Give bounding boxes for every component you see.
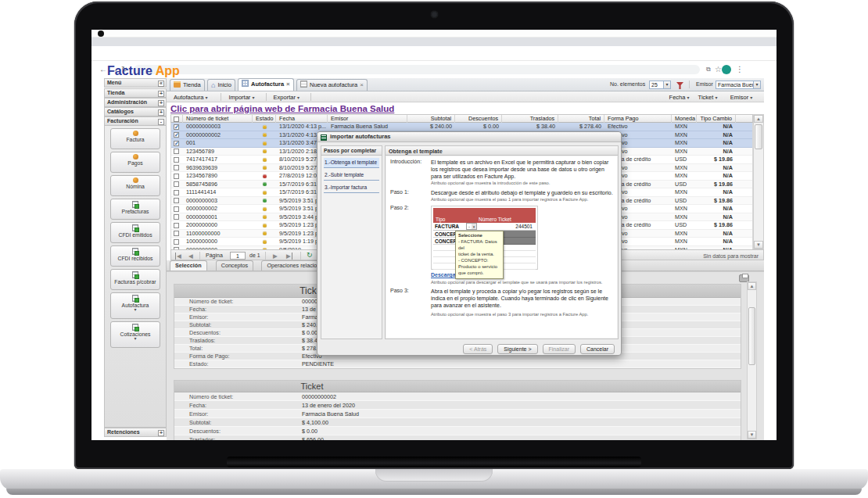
elements-select[interactable]: 25 ▾ bbox=[649, 81, 671, 89]
sidebar-button-autofactura[interactable]: Autofactura▾ bbox=[110, 292, 160, 319]
column-header-subtotal[interactable]: Subtotal bbox=[407, 115, 455, 123]
toolbar-button-exportar[interactable]: Exportar ▾ bbox=[271, 93, 303, 102]
table-row[interactable]: ✓0000000000313/1/2020 4:13 p...Farmacia … bbox=[171, 123, 753, 131]
column-header-moneda[interactable]: Moneda bbox=[672, 115, 697, 123]
checkbox-icon[interactable] bbox=[174, 157, 179, 163]
column-header-total[interactable]: Total bbox=[558, 115, 604, 123]
detail-vscrollbar[interactable]: ▲ ▼ bbox=[747, 281, 757, 439]
tab-autofactura[interactable]: Autofactura× bbox=[238, 78, 294, 91]
detail-tab-selecci-n[interactable]: Selección bbox=[170, 260, 207, 270]
toggle-icon[interactable]: + bbox=[158, 109, 164, 116]
browser-menu-icon[interactable]: ⋮ bbox=[736, 66, 744, 73]
scroll-up-icon[interactable]: ▲ bbox=[748, 282, 756, 290]
pages-icon[interactable]: ⧉ bbox=[706, 66, 711, 73]
filter-button-emisor[interactable]: Emisor ▾ bbox=[727, 93, 755, 102]
checkbox-icon[interactable] bbox=[174, 206, 179, 212]
sidebar-button-prefacturas[interactable]: Prefacturas bbox=[110, 199, 160, 220]
sidebar-item-retenciones[interactable]: Retenciones + bbox=[104, 428, 167, 437]
column-header-n-mero-de-ticket[interactable]: Número de ticket bbox=[183, 115, 253, 123]
checkbox-icon[interactable] bbox=[174, 231, 179, 236]
sidebar-button-cfdi-emitidos[interactable]: CFDI emitidos bbox=[110, 222, 160, 243]
pharmacy-web-link[interactable]: Clic para abrir página web de Farmacia B… bbox=[170, 104, 394, 113]
sidebar-item-facturación[interactable]: Facturación- bbox=[104, 116, 167, 126]
column-header-descuentos[interactable]: Descuentos bbox=[455, 115, 502, 123]
expand-icon[interactable]: + bbox=[158, 430, 164, 436]
sidebar-button-pagos[interactable]: Pagos bbox=[110, 152, 160, 173]
emisor-select[interactable]: Farmacia Buena Salud ▾ bbox=[716, 81, 761, 89]
estado-cell bbox=[253, 164, 276, 173]
column-header-emisor[interactable]: Emisor bbox=[328, 115, 407, 123]
sidebar-button-facturas-p-cobrar[interactable]: Facturas p/cobrar bbox=[110, 269, 160, 290]
grid-vscrollbar[interactable]: ▲ ▼ bbox=[753, 114, 764, 249]
sidebar-button-n-mina[interactable]: Nómina bbox=[110, 175, 160, 196]
checkbox-icon[interactable] bbox=[174, 190, 179, 195]
last-page-icon[interactable]: ▶ bbox=[286, 253, 292, 260]
filler-column[interactable] bbox=[736, 115, 754, 123]
sidebar-collapse-icon[interactable]: « bbox=[158, 81, 164, 87]
sidebar-menu-header[interactable]: Menú « bbox=[104, 78, 167, 88]
column-header-tipo-cambio[interactable]: Tipo Cambio bbox=[697, 115, 736, 123]
tab-inicio[interactable]: ⌂Inicio bbox=[207, 79, 235, 91]
checkbox-icon[interactable] bbox=[174, 223, 179, 228]
checkbox-icon[interactable] bbox=[174, 165, 179, 170]
wizard-step-1[interactable]: 1.-Obtenga el template bbox=[324, 158, 379, 168]
toggle-icon[interactable]: + bbox=[158, 100, 164, 106]
wizard-step-2[interactable]: 2.-Subir template bbox=[324, 170, 379, 181]
select-all-checkbox[interactable] bbox=[171, 115, 183, 123]
sidebar-item-catálogos[interactable]: Catálogos+ bbox=[104, 107, 167, 116]
page-input[interactable]: 1 bbox=[230, 252, 246, 260]
grid-header[interactable]: Número de ticketEstadoFechaEmisorSubtota… bbox=[170, 114, 753, 123]
checkbox-icon[interactable] bbox=[174, 198, 179, 203]
checkbox-icon[interactable]: ✓ bbox=[174, 141, 179, 146]
checkbox-icon[interactable] bbox=[174, 174, 179, 179]
checkbox-icon[interactable] bbox=[174, 181, 179, 187]
filter-button-fecha[interactable]: Fecha ▾ bbox=[666, 93, 693, 102]
excel-dropdown-cell[interactable]: - bbox=[466, 223, 477, 230]
next-page-icon[interactable]: ▶ bbox=[273, 253, 278, 260]
column-header-fecha[interactable]: Fecha bbox=[276, 115, 328, 123]
checkbox-icon[interactable]: ✓ bbox=[174, 132, 179, 138]
wizard-button-cancelar[interactable]: Cancelar bbox=[580, 344, 615, 354]
scrollbar-thumb[interactable] bbox=[755, 124, 762, 149]
sidebar-button-factura[interactable]: Factura bbox=[110, 128, 160, 149]
tab-nueva-autofactura[interactable]: Nueva autofactura× bbox=[296, 79, 368, 91]
close-icon[interactable]: × bbox=[360, 81, 364, 88]
wizard-titlebar[interactable]: importar autofacturas bbox=[317, 132, 621, 142]
first-page-icon[interactable]: ◀ bbox=[175, 253, 181, 260]
browser-avatar[interactable] bbox=[722, 65, 731, 74]
toggle-icon[interactable]: - bbox=[158, 119, 164, 125]
close-icon[interactable]: × bbox=[286, 81, 290, 88]
scroll-up-icon[interactable]: ▲ bbox=[754, 115, 763, 123]
tab-tienda[interactable]: Tienda bbox=[170, 79, 205, 91]
checkbox-icon[interactable] bbox=[174, 149, 179, 154]
sidebar-item-administración[interactable]: Administración+ bbox=[104, 98, 167, 107]
chevron-down-icon[interactable]: ▾ bbox=[663, 81, 670, 88]
sidebar-button-cotizaciones[interactable]: Cotizaciones▾ bbox=[110, 321, 160, 348]
wizard-step-3[interactable]: 3.-Importar factura bbox=[324, 183, 379, 193]
scrollbar-thumb[interactable] bbox=[748, 307, 755, 365]
scroll-down-icon[interactable]: ▼ bbox=[748, 431, 756, 439]
chevron-down-icon[interactable]: ▾ bbox=[753, 81, 760, 88]
sidebar-item-tienda[interactable]: Tienda+ bbox=[104, 88, 167, 98]
filter-button-ticket[interactable]: Ticket ▾ bbox=[695, 93, 721, 102]
scroll-down-icon[interactable]: ▼ bbox=[754, 241, 763, 249]
checkbox-icon[interactable] bbox=[174, 214, 179, 220]
checkbox-icon[interactable] bbox=[174, 116, 179, 122]
back-icon[interactable]: ← bbox=[99, 66, 107, 73]
column-header-forma-pago[interactable]: Forma Pago bbox=[604, 115, 672, 123]
paso3-text: Abra el template y proceda a copiar y/o … bbox=[431, 288, 608, 308]
column-header-traslados[interactable]: Traslados bbox=[502, 115, 558, 123]
detail-tab-conceptos[interactable]: Conceptos bbox=[216, 260, 253, 270]
checkbox-icon[interactable] bbox=[174, 239, 179, 245]
address-bar[interactable] bbox=[134, 65, 700, 74]
bookmark-star-icon[interactable]: ☆ bbox=[715, 66, 722, 73]
sidebar-button-cfdi-recibidos[interactable]: CFDI recibidos bbox=[110, 245, 160, 267]
checkbox-icon[interactable]: ✓ bbox=[174, 124, 179, 130]
toolbar-button-autofactura[interactable]: Autofactura ▾ bbox=[170, 93, 210, 102]
toggle-icon[interactable]: + bbox=[158, 91, 164, 97]
toolbar-button-importar[interactable]: Importar ▾ bbox=[225, 93, 257, 102]
prev-page-icon[interactable]: ◀ bbox=[188, 253, 193, 260]
refresh-icon[interactable]: ↻ bbox=[307, 251, 313, 259]
wizard-button-siguiente-[interactable]: Siguiente > bbox=[497, 344, 537, 354]
column-header-estado[interactable]: Estado bbox=[253, 115, 276, 123]
